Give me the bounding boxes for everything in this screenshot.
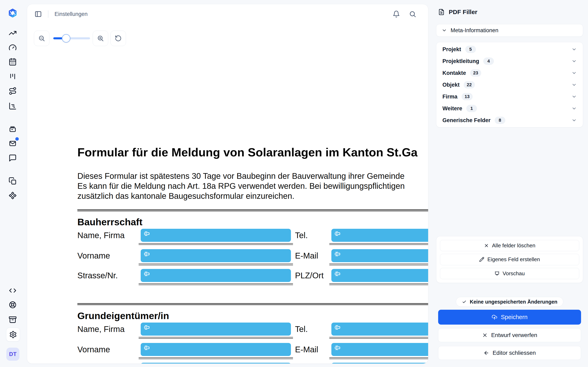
field-label: Strasse/Nr. xyxy=(77,269,118,282)
rail-item-calendar[interactable] xyxy=(9,58,17,66)
form-field[interactable] xyxy=(141,249,291,262)
group-row-projektleitung[interactable]: Projektleitung 4 xyxy=(436,55,583,67)
zoom-out-button[interactable] xyxy=(34,31,49,46)
pdf-form-row: Vorname E-Mail xyxy=(77,249,428,266)
group-row-weitere[interactable]: Weitere 1 xyxy=(436,103,583,114)
save-button[interactable]: Speichern xyxy=(438,310,581,325)
rail-item-archive[interactable] xyxy=(9,315,17,324)
field-label: Name, Firma xyxy=(77,229,125,242)
zoom-in-button[interactable] xyxy=(93,31,108,46)
create-custom-field-button[interactable]: Eigenes Feld erstellen xyxy=(440,254,579,265)
text-cursor-input-icon xyxy=(144,231,150,236)
clear-all-fields-button[interactable]: Alle felder löschen xyxy=(440,240,579,251)
group-row-firma[interactable]: Firma 13 xyxy=(436,91,583,103)
discard-draft-label: Entwurf verwerfen xyxy=(491,332,537,338)
search-button[interactable] xyxy=(409,10,416,18)
field-actions-card: Alle felder löschen Eigenes Feld erstell… xyxy=(436,236,583,283)
form-field[interactable] xyxy=(141,269,291,282)
sidebar-toggle-button[interactable] xyxy=(35,10,42,18)
arrow-left-icon xyxy=(484,350,489,356)
pdf-document-title: Formular für die Meldung von Solaranlage… xyxy=(77,145,417,159)
create-custom-field-label: Eigenes Feld erstellen xyxy=(487,256,540,263)
header-divider xyxy=(48,10,48,18)
group-row-projekt[interactable]: Projekt 5 xyxy=(436,43,583,55)
text-cursor-input-icon xyxy=(144,251,150,257)
group-count-badge: 1 xyxy=(466,105,477,112)
field-groups-accordion: Projekt 5 Projektleitung 4 Kontakte 23 O… xyxy=(436,42,583,127)
rail-item-chat[interactable] xyxy=(9,154,17,162)
zoom-out-icon xyxy=(38,35,45,42)
close-editor-label: Editor schliessen xyxy=(493,350,536,356)
text-cursor-input-icon xyxy=(335,271,340,277)
chevron-down-icon xyxy=(571,118,577,123)
pdf-underline xyxy=(329,243,428,245)
pdf-form-row: Name, Firma Tel. xyxy=(77,229,428,245)
panel-title: PDF Filler xyxy=(449,8,477,16)
life-buoy-icon xyxy=(9,301,17,309)
editor-card: Einstellungen Formular für die Meldung v… xyxy=(27,4,428,364)
rail-item-documents[interactable] xyxy=(9,177,17,185)
kanban-icon xyxy=(9,72,17,81)
zoom-slider-handle[interactable] xyxy=(62,34,70,43)
rail-item-mail[interactable] xyxy=(9,139,17,147)
form-field[interactable] xyxy=(141,343,291,356)
meta-informationen-toggle[interactable]: Meta-Informationen xyxy=(436,24,583,37)
route-icon xyxy=(9,87,17,95)
text-cursor-input-icon xyxy=(144,271,150,277)
panel-header: PDF Filler xyxy=(438,8,477,16)
zoom-slider[interactable] xyxy=(53,31,90,46)
x-icon xyxy=(482,332,488,338)
field-label: E-Mail xyxy=(295,343,318,356)
code-icon xyxy=(9,286,17,295)
rail-item-settings[interactable] xyxy=(6,328,20,342)
rail-item-pipeline[interactable] xyxy=(9,87,17,95)
rotate-ccw-icon xyxy=(115,35,122,42)
rail-item-projects[interactable] xyxy=(9,102,17,110)
chevron-down-icon xyxy=(442,28,447,33)
rail-item-developer[interactable] xyxy=(9,286,17,295)
group-count-badge: 22 xyxy=(464,81,475,89)
breadcrumb: Einstellungen xyxy=(54,11,87,17)
app-logo[interactable] xyxy=(7,8,18,18)
pdf-intro-paragraph: Dieses Formular ist spätestens 30 Tage v… xyxy=(77,171,405,201)
rail-item-analytics[interactable] xyxy=(9,29,17,37)
form-field[interactable] xyxy=(331,229,428,242)
rail-item-integrations[interactable] xyxy=(9,192,17,200)
reset-view-button[interactable] xyxy=(111,31,126,46)
zoom-in-icon xyxy=(97,35,104,42)
form-field[interactable] xyxy=(331,323,428,336)
close-editor-button[interactable]: Editor schliessen xyxy=(438,346,581,360)
text-cursor-input-icon xyxy=(335,231,340,236)
presentation-icon xyxy=(494,271,500,276)
rail-item-support[interactable] xyxy=(9,301,17,309)
pdf-form-row: Name, Firma Tel. xyxy=(77,323,428,339)
form-field[interactable] xyxy=(141,229,291,242)
user-avatar[interactable]: DT xyxy=(6,348,19,361)
group-row-generische-felder[interactable]: Generische Felder 8 xyxy=(436,114,583,126)
text-cursor-input-icon xyxy=(335,325,340,330)
pdf-intro-line: zusätzlich das kantonale Baugesuchsformu… xyxy=(77,191,405,201)
notifications-button[interactable] xyxy=(393,10,400,18)
group-row-kontakte[interactable]: Kontakte 23 xyxy=(436,67,583,79)
form-field[interactable] xyxy=(331,269,428,282)
pdf-underline xyxy=(329,284,428,285)
group-count-badge: 23 xyxy=(470,69,481,77)
form-field[interactable] xyxy=(141,323,291,336)
form-field[interactable] xyxy=(141,363,291,364)
pdf-underline xyxy=(139,243,293,245)
form-field[interactable] xyxy=(331,249,428,262)
rail-item-invoices[interactable] xyxy=(9,125,17,133)
check-icon xyxy=(462,299,467,304)
card-header: Einstellungen xyxy=(27,4,428,24)
rail-item-dashboard[interactable] xyxy=(9,43,17,52)
pdf-underline xyxy=(139,337,293,339)
save-label: Speichern xyxy=(501,314,527,320)
field-label: Vorname xyxy=(77,343,110,356)
discard-draft-button[interactable]: Entwurf verwerfen xyxy=(438,328,581,342)
preview-button[interactable]: Vorschau xyxy=(440,268,579,279)
group-count-badge: 13 xyxy=(462,93,473,100)
form-field[interactable] xyxy=(331,363,428,364)
group-row-objekt[interactable]: Objekt 22 xyxy=(436,79,583,91)
form-field[interactable] xyxy=(331,343,428,356)
rail-item-kanban[interactable] xyxy=(9,72,17,81)
